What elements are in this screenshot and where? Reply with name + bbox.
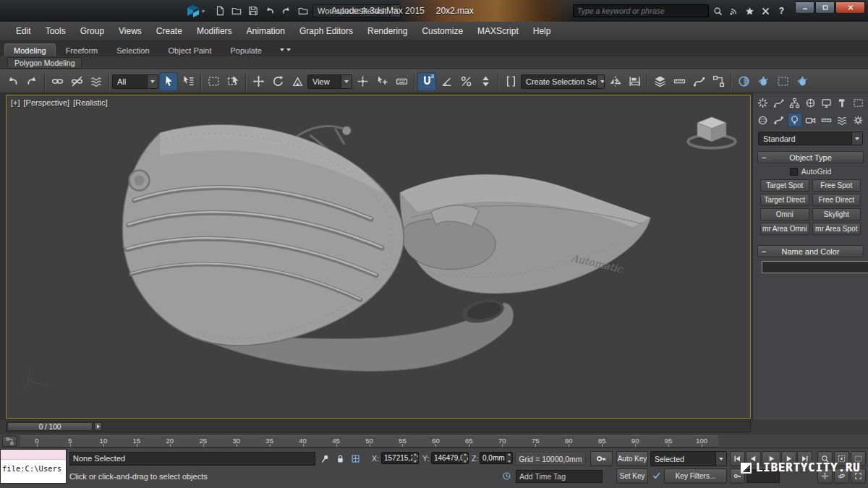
render-setup-button[interactable] (754, 72, 773, 91)
rendered-frame-button[interactable] (773, 72, 792, 91)
ribbon-tab-object-paint[interactable]: Object Paint (160, 44, 221, 56)
redo-scene-button[interactable] (279, 4, 294, 18)
object-type-rollout-header[interactable]: − Object Type (757, 151, 864, 163)
category-helpers[interactable] (819, 113, 833, 127)
mr-area-spot-button[interactable]: mr Area Spot (812, 223, 861, 235)
timeline-tick[interactable]: 15 (120, 436, 153, 447)
selection-filter-dropdown[interactable]: All (112, 74, 158, 89)
viewport-shading-menu[interactable]: [Realistic] (73, 98, 108, 107)
menu-rendering[interactable]: Rendering (360, 22, 414, 40)
snaps-toggle-button[interactable]: 3 (417, 72, 436, 91)
ribbon-tab-populate[interactable]: Populate (221, 44, 270, 56)
viewport-scene[interactable]: Automatic x y (7, 95, 750, 418)
menu-help[interactable]: Help (526, 22, 558, 40)
timeline-tick[interactable]: 60 (419, 436, 452, 447)
timeline-tick[interactable]: 45 (320, 436, 353, 447)
favorites-star-icon[interactable] (743, 4, 757, 18)
time-slider-track[interactable]: 0 / 100 (6, 421, 751, 432)
timeline-tick[interactable]: 25 (187, 436, 220, 447)
auto-key-button[interactable]: Auto Key (616, 451, 648, 466)
light-type-dropdown[interactable]: Standard (758, 132, 863, 145)
menu-animation[interactable]: Animation (239, 22, 292, 40)
reference-coord-dropdown[interactable]: View (307, 74, 352, 89)
skylight-button[interactable]: Skylight (812, 208, 861, 221)
application-menu-button[interactable]: ▾ (186, 2, 210, 20)
new-scene-button[interactable] (213, 4, 227, 18)
percent-snap-button[interactable] (456, 72, 475, 91)
tab-motion[interactable] (804, 95, 818, 110)
timeline-tick[interactable]: 85 (585, 436, 618, 447)
timeline-tick[interactable]: 20 (153, 436, 187, 447)
mirror-button[interactable] (605, 72, 624, 91)
viewport-pov-menu[interactable]: [Perspective] (24, 98, 70, 107)
viewcube[interactable] (688, 117, 736, 148)
category-shapes[interactable] (772, 113, 786, 127)
z-coordinate-field[interactable]: 0,0mm (480, 452, 513, 464)
timeline-tick[interactable]: 0 (20, 436, 54, 447)
layer-manager-button[interactable] (650, 72, 669, 91)
category-cameras[interactable] (804, 113, 818, 127)
search-button[interactable] (711, 4, 725, 18)
search-input[interactable] (574, 7, 708, 15)
menu-group[interactable]: Group (73, 22, 111, 40)
viewport-general-menu[interactable]: [+] (11, 98, 20, 107)
window-crossing-toggle[interactable] (224, 72, 242, 91)
key-filters-check-icon[interactable] (650, 468, 663, 482)
timeline-tick[interactable]: 75 (519, 436, 552, 447)
open-file-button[interactable] (229, 4, 244, 18)
polygon-modeling-panel-button[interactable]: Polygon Modeling (7, 57, 82, 69)
y-coordinate-field[interactable]: 146479,06 (431, 452, 469, 464)
timeline-tick[interactable]: 30 (220, 436, 253, 447)
material-editor-button[interactable] (734, 72, 753, 91)
free-spot-button[interactable]: Free Spot (812, 179, 861, 192)
add-time-tag-field[interactable]: Add Time Tag (516, 470, 603, 483)
redo-button[interactable] (22, 72, 41, 91)
ribbon-tab-freeform[interactable]: Freeform (57, 44, 107, 56)
named-selection-sets-button[interactable] (501, 72, 520, 91)
free-direct-button[interactable]: Free Direct (812, 194, 861, 206)
keyboard-override-toggle[interactable] (392, 72, 411, 91)
select-and-rotate-button[interactable] (268, 72, 287, 91)
menu-graph-editors[interactable]: Graph Editors (292, 22, 360, 40)
selection-set-dropdown[interactable]: Create Selection Se (521, 74, 605, 89)
timeline-tick[interactable]: 100 (685, 436, 718, 447)
open-mini-curve-editor-button[interactable] (2, 436, 17, 447)
angle-snap-button[interactable] (437, 72, 456, 91)
timeline-tick[interactable]: 35 (253, 436, 286, 447)
menu-views[interactable]: Views (111, 22, 149, 40)
render-button[interactable] (793, 72, 812, 91)
select-and-manipulate-button[interactable] (373, 72, 391, 91)
set-keys-button[interactable] (590, 451, 613, 466)
menu-tools[interactable]: Tools (38, 22, 73, 40)
timeline-tick[interactable]: 55 (386, 436, 419, 447)
select-and-link-button[interactable] (48, 72, 67, 91)
save-file-button[interactable] (246, 4, 260, 18)
rectangular-selection-button[interactable] (204, 72, 223, 91)
ribbon-options-icon[interactable] (276, 44, 295, 55)
isolate-selection-icon[interactable] (318, 452, 331, 466)
exchange-apps-icon[interactable] (759, 4, 773, 18)
set-project-folder-button[interactable] (296, 4, 310, 18)
perspective-viewport[interactable]: [+] [Perspective] [Realistic] (6, 95, 751, 419)
timeline-tick[interactable]: 10 (87, 436, 120, 447)
select-and-move-button[interactable] (249, 72, 268, 91)
timeline-tick[interactable]: 50 (353, 436, 386, 447)
spinner-snap-button[interactable] (476, 72, 495, 91)
scene-model[interactable]: Automatic (122, 125, 650, 371)
schematic-view-button[interactable] (709, 72, 728, 91)
macro-recorder-row[interactable] (1, 450, 66, 460)
timeline-tick[interactable]: 65 (452, 436, 485, 447)
maximize-button[interactable] (815, 1, 835, 14)
absolute-mode-icon[interactable] (349, 452, 362, 466)
autogrid-checkbox[interactable] (790, 168, 798, 176)
select-and-scale-button[interactable] (288, 72, 307, 91)
selected-set-dropdown[interactable]: Selected (650, 451, 727, 466)
close-button[interactable] (835, 1, 865, 14)
maxscript-mini-listener[interactable]: file:C:\Users (0, 449, 67, 484)
menu-modifiers[interactable]: Modifiers (190, 22, 239, 40)
tab-hierarchy[interactable] (788, 95, 802, 110)
selection-lock-icon[interactable] (333, 452, 346, 466)
target-spot-button[interactable]: Target Spot (760, 179, 809, 192)
timeline-tick[interactable]: 5 (54, 436, 87, 447)
panel-options-icon[interactable] (851, 95, 865, 110)
